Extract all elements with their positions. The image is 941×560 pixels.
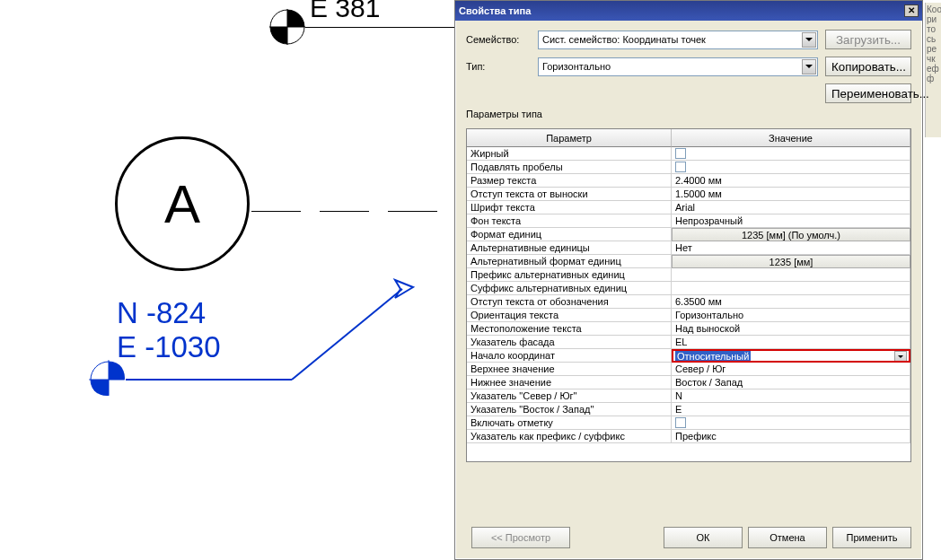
type-value: Горизонтально	[542, 61, 611, 72]
param-cell: Указатель "Восток / Запад"	[467, 403, 672, 416]
param-cell: Верхнее значение	[467, 363, 672, 376]
family-value: Сист. семейство: Координаты точек	[542, 34, 706, 45]
table-row[interactable]: Отступ текста от выноски1.5000 мм	[467, 188, 910, 201]
ok-button[interactable]: ОК	[664, 527, 743, 548]
table-row[interactable]: Местоположение текстаНад выноской	[467, 322, 910, 336]
param-cell: Размер текста	[467, 174, 672, 188]
table-row[interactable]: Размер текста2.4000 мм	[467, 174, 910, 188]
param-cell: Формат единиц	[467, 228, 672, 241]
grid-header-value[interactable]: Значение	[672, 129, 910, 147]
project-base-point-icon	[89, 360, 125, 396]
param-cell: Указатель как префикс / суффикс	[467, 430, 672, 443]
table-row[interactable]: Ориентация текстаГоризонтально	[467, 309, 910, 322]
chevron-down-icon[interactable]	[802, 59, 816, 74]
table-row[interactable]: Указатель "Север / Юг"N	[467, 389, 910, 403]
table-row[interactable]: Указатель как префикс / суффиксПрефикс	[467, 430, 910, 443]
param-cell: Указатель фасада	[467, 336, 672, 349]
checkbox-icon[interactable]	[675, 162, 686, 172]
value-cell[interactable]: 6.3500 мм	[672, 295, 910, 309]
param-cell: Шрифт текста	[467, 201, 672, 214]
value-cell[interactable]: Непрозрачный	[672, 214, 910, 228]
value-cell[interactable]: N	[672, 389, 910, 403]
selected-value: Относительный	[675, 351, 751, 362]
value-cell[interactable]: Над выноской	[672, 322, 910, 336]
family-combo[interactable]: Сист. семейство: Координаты точек	[538, 31, 818, 49]
param-cell: Включать отметку	[467, 416, 672, 430]
param-cell: Суффикс альтернативных единиц	[467, 282, 672, 295]
value-cell[interactable]: Север / Юг	[672, 363, 910, 376]
param-cell: Альтернативные единицы	[467, 241, 672, 255]
table-row[interactable]: Включать отметку	[467, 416, 910, 430]
value-cell[interactable]: Нет	[672, 241, 910, 255]
leader-line	[305, 27, 458, 28]
preview-button[interactable]: << Просмотр	[471, 527, 570, 548]
spot-coord-leader	[126, 269, 422, 386]
type-properties-dialog: Свойства типа ✕ Семейство: Сист. семейст…	[454, 0, 923, 560]
value-cell[interactable]	[672, 282, 910, 295]
value-cell[interactable]: E	[672, 403, 910, 416]
param-cell: Фон текста	[467, 214, 672, 228]
coord-top-label: E 381	[310, 0, 380, 23]
table-row[interactable]: Альтернативный формат единиц1235 [мм]	[467, 255, 910, 268]
value-cell[interactable]: 1235 [мм] (По умолч.)	[672, 228, 910, 241]
table-row[interactable]: Указатель фасадаEL	[467, 336, 910, 349]
table-row[interactable]: Указатель "Восток / Запад"E	[467, 403, 910, 416]
value-cell[interactable]	[672, 268, 910, 282]
value-cell[interactable]: EL	[672, 336, 910, 349]
svg-line-7	[292, 289, 402, 380]
param-cell: Отступ текста от выноски	[467, 188, 672, 201]
table-row[interactable]: Начало координатОтносительный	[467, 349, 910, 363]
param-cell: Префикс альтернативных единиц	[467, 268, 672, 282]
chevron-down-icon[interactable]	[802, 32, 816, 48]
load-button[interactable]: Загрузить...	[825, 30, 911, 49]
value-cell[interactable]	[672, 161, 910, 174]
close-icon[interactable]: ✕	[904, 4, 919, 17]
param-cell: Подавлять пробелы	[467, 161, 672, 174]
table-row[interactable]: Префикс альтернативных единиц	[467, 268, 910, 282]
type-label: Тип:	[466, 61, 538, 72]
table-row[interactable]: Подавлять пробелы	[467, 161, 910, 174]
parameters-grid: Параметр Значение ЖирныйПодавлять пробел…	[466, 128, 911, 462]
grid-header-parameter[interactable]: Параметр	[467, 129, 672, 147]
apply-button[interactable]: Применить	[832, 527, 911, 548]
axis-letter: A	[164, 173, 200, 235]
table-row[interactable]: Нижнее значениеВосток / Запад	[467, 376, 910, 389]
table-row[interactable]: Формат единиц1235 [мм] (По умолч.)	[467, 228, 910, 241]
table-row[interactable]: Фон текстаНепрозрачный	[467, 214, 910, 228]
param-cell: Указатель "Север / Юг"	[467, 389, 672, 403]
type-combo[interactable]: Горизонтально	[538, 57, 818, 76]
chevron-down-icon[interactable]	[894, 351, 907, 363]
table-row[interactable]: Жирный	[467, 147, 910, 161]
value-cell[interactable]	[672, 147, 910, 161]
copy-button[interactable]: Копировать...	[825, 57, 911, 76]
value-cell[interactable]: Префикс	[672, 430, 910, 443]
value-cell[interactable]	[672, 416, 910, 430]
cancel-button[interactable]: Отмена	[748, 527, 827, 548]
value-cell[interactable]: 1.5000 мм	[672, 188, 910, 201]
value-cell[interactable]: Горизонтально	[672, 309, 910, 322]
value-cell[interactable]: Arial	[672, 201, 910, 214]
table-row[interactable]: Альтернативные единицыНет	[467, 241, 910, 255]
param-cell: Начало координат	[467, 349, 672, 363]
param-cell: Отступ текста от обозначения	[467, 295, 672, 309]
value-cell[interactable]: 1235 [мм]	[672, 255, 910, 268]
axis-bubble: A	[115, 136, 250, 271]
value-cell[interactable]: Относительный	[672, 349, 910, 363]
axis-dashed-line	[251, 203, 458, 204]
survey-point-icon	[269, 9, 305, 45]
rename-button[interactable]: Переименовать...	[825, 83, 911, 103]
param-cell: Нижнее значение	[467, 376, 672, 389]
dialog-titlebar[interactable]: Свойства типа ✕	[455, 1, 922, 21]
param-cell: Ориентация текста	[467, 309, 672, 322]
table-row[interactable]: Суффикс альтернативных единиц	[467, 282, 910, 295]
svg-marker-8	[395, 280, 413, 298]
table-row[interactable]: Верхнее значениеСевер / Юг	[467, 363, 910, 376]
checkbox-icon[interactable]	[675, 148, 686, 159]
dialog-title: Свойства типа	[459, 5, 531, 16]
value-cell[interactable]: Восток / Запад	[672, 376, 910, 389]
table-row[interactable]: Отступ текста от обозначения6.3500 мм	[467, 295, 910, 309]
table-row[interactable]: Шрифт текстаArial	[467, 201, 910, 214]
param-cell: Местоположение текста	[467, 322, 672, 336]
checkbox-icon[interactable]	[675, 417, 686, 428]
value-cell[interactable]: 2.4000 мм	[672, 174, 910, 188]
